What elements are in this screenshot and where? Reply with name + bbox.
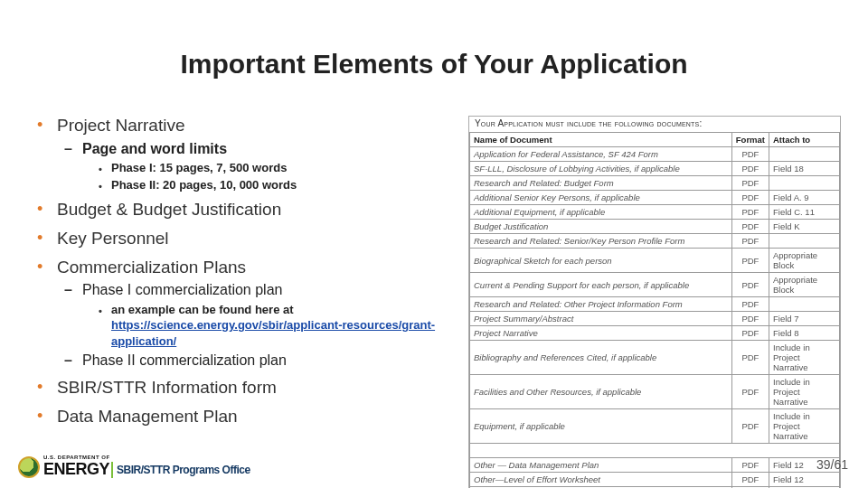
program-name: SBIR/STTR Programs Office <box>117 464 250 476</box>
cell-format: PDF <box>731 326 769 341</box>
bullet-phase2-plan: Phase II commercialization plan <box>64 351 439 371</box>
cell-format: PDF <box>731 273 769 297</box>
cell-attach: Field C. 11 <box>769 205 840 220</box>
bullet-info-form: SBIR/STTR Information form <box>32 376 439 399</box>
bullet-key-personnel: Key Personnel <box>32 227 439 250</box>
cell-doc: Additional Equipment, if applicable <box>470 205 732 220</box>
bullet-phase1-plan: Phase I commercialization plan <box>64 280 439 300</box>
cell-format: PDF <box>731 162 769 176</box>
cell-attach: Field A. 9 <box>769 191 840 205</box>
cell-doc: Bibliography and References Cited, if ap… <box>470 341 732 375</box>
cell-attach: Include in Project Narrative <box>769 409 840 444</box>
doe-logo: U.S. DEPARTMENT OF ENERGY SBIR/STTR Prog… <box>18 455 250 479</box>
cell-attach: Field 7 <box>769 312 840 326</box>
cell-attach <box>769 234 840 249</box>
table-row: Research and Related: Budget FormPDF <box>470 176 840 191</box>
cell-doc: Project Summary/Abstract <box>470 312 732 326</box>
cell-format: PDF <box>731 234 769 249</box>
page-title: Important Elements of Your Application <box>0 49 868 80</box>
table-row: Additional Equipment, if applicablePDFFi… <box>470 205 840 220</box>
table-row: Biographical Sketch for each personPDFAp… <box>470 249 840 273</box>
logo-bar-icon <box>111 462 113 478</box>
cell-attach: Field 8 <box>769 326 840 341</box>
table-row: Budget JustificationPDFField K <box>470 220 840 234</box>
bullet-phase2-limit: Phase II: 20 pages, 10, 000 words <box>99 177 439 193</box>
cell-format: PDF <box>731 297 769 312</box>
table-row: Current & Pending Support for each perso… <box>470 273 840 297</box>
table-row: SF-LLL, Disclosure of Lobbying Activitie… <box>470 162 840 176</box>
th-attach: Attach to <box>769 133 840 147</box>
cell-attach: Appropriate Block <box>769 249 840 273</box>
cell-attach: Field K <box>769 220 840 234</box>
th-name: Name of Document <box>470 133 732 147</box>
cell-doc: Budget Justification <box>470 220 732 234</box>
cell-attach: Appropriate Block <box>769 273 840 297</box>
cell-attach: Include in Project Narrative <box>769 375 840 409</box>
cell-attach: Field 18 <box>769 162 840 176</box>
cell-doc: Additional Senior Key Persons, if applic… <box>470 191 732 205</box>
cell-format: PDF <box>731 249 769 273</box>
cell-doc: Equipment, if applicable <box>470 409 732 444</box>
table-row: Project Summary/AbstractPDFField 7 <box>470 312 840 326</box>
cell-doc: Project Narrative <box>470 326 732 341</box>
documents-table: Your Application must include the follow… <box>468 116 841 488</box>
bullet-project-narrative: Project Narrative <box>32 114 439 137</box>
slide: Important Elements of Your Application P… <box>0 0 868 488</box>
bullet-example-intro: an example can be found here at <box>111 303 294 316</box>
cell-doc: Research and Related: Budget Form <box>470 176 732 191</box>
cell-format: PDF <box>731 341 769 375</box>
bullet-budget: Budget & Budget Justification <box>32 198 439 221</box>
cell-doc: Research and Related: Senior/Key Person … <box>470 234 732 249</box>
cell-format: PDF <box>731 205 769 220</box>
table-row: Research and Related: Senior/Key Person … <box>470 234 840 249</box>
cell-format: PDF <box>731 191 769 205</box>
cell-format: PDF <box>731 375 769 409</box>
cell-format: PDF <box>731 147 769 162</box>
table-row: Research and Related: Other Project Info… <box>470 297 840 312</box>
cell-doc: Application for Federal Assistance, SF 4… <box>470 147 732 162</box>
bullet-phase1-limit: Phase I: 15 pages, 7, 500 words <box>99 160 439 176</box>
footer: U.S. DEPARTMENT OF ENERGY SBIR/STTR Prog… <box>0 443 868 479</box>
bullet-outline: Project Narrative Page and word limits P… <box>32 108 439 429</box>
cell-doc: Facilities and Other Resources, if appli… <box>470 375 732 409</box>
cell-format: PDF <box>731 409 769 444</box>
table-row: Bibliography and References Cited, if ap… <box>470 341 840 375</box>
cell-doc: Current & Pending Support for each perso… <box>470 273 732 297</box>
cell-doc: Research and Related: Other Project Info… <box>470 297 732 312</box>
cell-format: PDF <box>731 220 769 234</box>
table-row: Facilities and Other Resources, if appli… <box>470 375 840 409</box>
cell-attach: Include in Project Narrative <box>769 341 840 375</box>
bullet-example: an example can be found here at https://… <box>99 302 439 350</box>
table-row: Project NarrativePDFField 8 <box>470 326 840 341</box>
cell-doc: Biographical Sketch for each person <box>470 249 732 273</box>
cell-attach <box>769 176 840 191</box>
page-number: 39/61 <box>816 457 848 472</box>
th-format: Format <box>731 133 769 147</box>
bullet-dmp: Data Management Plan <box>32 405 439 428</box>
table-header-row: Name of Document Format Attach to <box>470 133 840 147</box>
table-caption: Your Application must include the follow… <box>469 117 840 132</box>
cell-attach <box>769 147 840 162</box>
table-row: Equipment, if applicablePDFInclude in Pr… <box>470 409 840 444</box>
table-row: Additional Senior Key Persons, if applic… <box>470 191 840 205</box>
cell-attach <box>769 297 840 312</box>
logo-energy-text: ENERGY SBIR/STTR Programs Office <box>43 460 250 479</box>
cell-doc: SF-LLL, Disclosure of Lobbying Activitie… <box>470 162 732 176</box>
example-link[interactable]: https://science.energy.gov/sbir/applican… <box>111 318 435 348</box>
cell-format: PDF <box>731 312 769 326</box>
bullet-page-word-limits: Page and word limits <box>64 139 439 159</box>
doe-seal-icon <box>18 456 40 478</box>
cell-format: PDF <box>731 176 769 191</box>
table-row: Application for Federal Assistance, SF 4… <box>470 147 840 162</box>
bullet-commercialization: Commercialization Plans <box>32 256 439 279</box>
